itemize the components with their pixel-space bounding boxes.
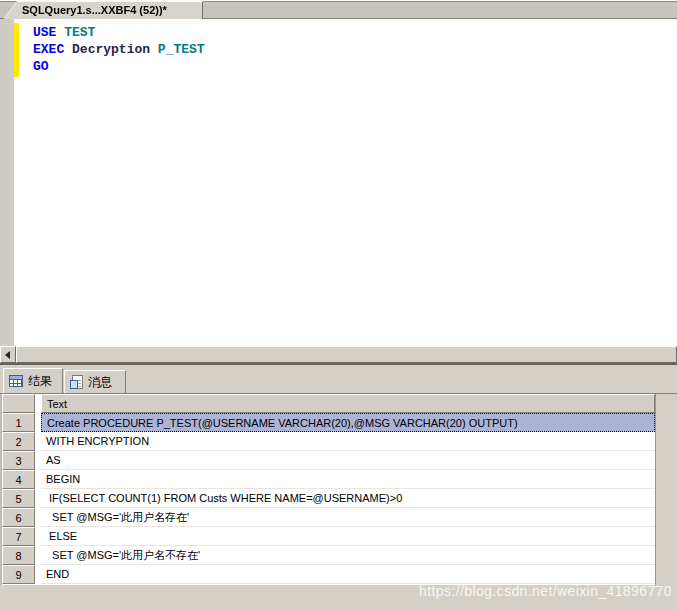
grid-cell-text[interactable]: SET @MSG='此用户名不存在' (41, 546, 655, 565)
pane-splitter[interactable] (0, 363, 677, 365)
scrollbar-thumb[interactable] (16, 346, 677, 363)
grid-row: 4BEGIN (2, 470, 655, 489)
grid-row: 9END (2, 565, 655, 584)
grid-row: 3AS (2, 451, 655, 470)
code-line: EXEC Decryption P_TEST (33, 41, 205, 58)
tab-results[interactable]: 结果 (3, 368, 63, 393)
grid-header-row: Text (2, 394, 655, 413)
grid-column-header-text[interactable]: Text (41, 394, 655, 413)
grid-row: 7 ELSE (2, 527, 655, 546)
grid-row-number[interactable]: 8 (2, 546, 35, 565)
grid-row: 5 IF(SELECT COUNT(1) FROM Custs WHERE NA… (2, 489, 655, 508)
grid-cell-text[interactable]: BEGIN (41, 470, 655, 489)
grid-cell-text[interactable]: AS (41, 451, 655, 470)
results-grid: Text 1Create PROCEDURE P_TEST(@USERNAME … (0, 394, 656, 585)
changed-lines-indicator (14, 23, 19, 77)
grid-rows: 1Create PROCEDURE P_TEST(@USERNAME VARCH… (2, 413, 655, 584)
tab-messages[interactable]: 消息 (64, 370, 126, 393)
code-lines: USE TESTEXEC Decryption P_TESTGO (33, 24, 205, 75)
grid-row: 6 SET @MSG='此用户名存在' (2, 508, 655, 527)
code-token (64, 42, 72, 57)
code-line: GO (33, 58, 205, 75)
grid-cell-text[interactable]: END (41, 565, 655, 584)
sql-editor[interactable]: USE TESTEXEC Decryption P_TESTGO (0, 19, 677, 346)
grid-row-number[interactable]: 3 (2, 451, 35, 470)
code-token: GO (33, 59, 49, 74)
document-tab-strip: SQLQuery1.s...XXBF4 (52))* (0, 0, 677, 19)
watermark: https://blog.csdn.net/weixin_41896770 (419, 583, 672, 599)
results-grid-icon (9, 375, 23, 387)
grid-cell-text[interactable]: IF(SELECT COUNT(1) FROM Custs WHERE NAME… (41, 489, 655, 508)
scroll-left-button[interactable] (0, 346, 16, 363)
grid-row: 2WITH ENCRYPTION (2, 432, 655, 451)
code-token (150, 42, 158, 57)
grid-row-number[interactable]: 9 (2, 565, 35, 584)
left-arrow-icon (5, 351, 10, 359)
editor-horizontal-scrollbar[interactable] (0, 346, 677, 363)
grid-cell-text[interactable]: SET @MSG='此用户名存在' (41, 508, 655, 527)
grid-row: 1Create PROCEDURE P_TEST(@USERNAME VARCH… (2, 413, 655, 432)
grid-row: 8 SET @MSG='此用户名不存在' (2, 546, 655, 565)
grid-row-number[interactable]: 6 (2, 508, 35, 527)
grid-row-number[interactable]: 7 (2, 527, 35, 546)
code-token: USE (33, 25, 56, 40)
grid-row-number[interactable]: 1 (2, 413, 35, 432)
document-tab[interactable]: SQLQuery1.s...XXBF4 (52))* (4, 2, 202, 19)
code-token: TEST (64, 25, 95, 40)
code-line: USE TEST (33, 24, 205, 41)
grid-row-number[interactable]: 5 (2, 489, 35, 508)
ssms-query-window: SQLQuery1.s...XXBF4 (52))* USE TESTEXEC … (0, 0, 677, 610)
grid-row-number[interactable]: 4 (2, 470, 35, 489)
grid-corner-cell[interactable] (2, 394, 35, 413)
grid-cell-text[interactable]: WITH ENCRYPTION (41, 432, 655, 451)
messages-icon (70, 375, 83, 389)
code-token: P_TEST (158, 42, 205, 57)
tab-messages-label: 消息 (88, 374, 112, 391)
tab-results-label: 结果 (28, 373, 52, 390)
grid-cell-text[interactable]: ELSE (41, 527, 655, 546)
code-token: Decryption (72, 42, 150, 57)
grid-cell-text[interactable]: Create PROCEDURE P_TEST(@USERNAME VARCHA… (41, 413, 655, 432)
editor-selection-margin (0, 19, 14, 346)
code-token: EXEC (33, 42, 64, 57)
grid-row-number[interactable]: 2 (2, 432, 35, 451)
